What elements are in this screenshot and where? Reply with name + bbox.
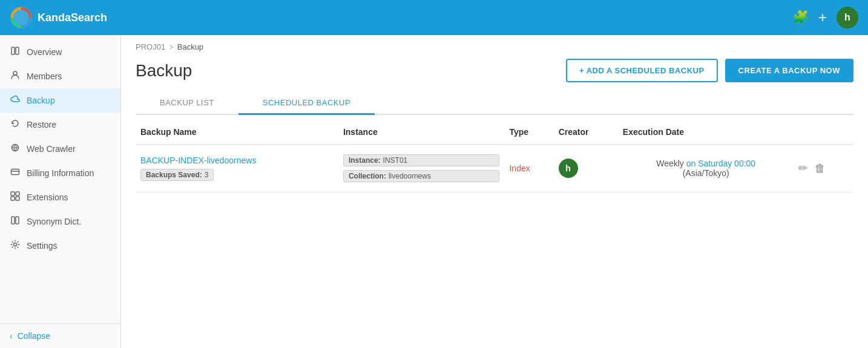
app-name: KandaSearch (38, 11, 107, 24)
sidebar-item-backup[interactable]: Backup (0, 88, 120, 113)
sidebar-item-settings[interactable]: Settings (0, 234, 120, 258)
backup-table: Backup Name Instance Type Creator Execut… (136, 120, 853, 192)
sidebar-item-webcrawler-label: Web Crawler (27, 144, 76, 154)
svg-rect-10 (11, 197, 15, 200)
person-icon (10, 70, 21, 82)
sidebar-item-overview-label: Overview (27, 47, 62, 57)
col-creator: Creator (554, 120, 618, 145)
webcrawler-icon (10, 143, 21, 155)
svg-point-3 (13, 71, 17, 75)
top-header: KandaSearch 🧩 + h (0, 0, 868, 35)
svg-rect-9 (16, 192, 19, 195)
edit-icon[interactable]: ✏ (798, 162, 807, 175)
restore-icon (10, 119, 21, 131)
sidebar-item-settings-label: Settings (27, 241, 58, 251)
backup-name-link[interactable]: BACKUP-INDEX-livedoornews (140, 156, 334, 165)
svg-rect-1 (12, 47, 15, 54)
create-backup-now-button[interactable]: CREATE A BACKUP NOW (725, 59, 853, 82)
settings-icon (10, 240, 21, 252)
add-icon[interactable]: + (818, 9, 827, 26)
billing-icon (10, 167, 21, 179)
page-header: Backup + ADD A SCHEDULED BACKUP CREATE A… (121, 54, 868, 92)
col-instance: Instance (338, 120, 505, 145)
sidebar-item-synonym-label: Synonym Dict. (27, 217, 81, 226)
svg-point-14 (14, 243, 17, 246)
main-layout: Overview Members Backup (0, 35, 868, 348)
sidebar-nav: Overview Members Backup (0, 35, 120, 323)
instance-label: Instance: (349, 156, 381, 165)
sidebar-item-backup-label: Backup (27, 96, 55, 105)
sidebar-item-extensions-label: Extensions (27, 192, 68, 202)
sidebar-item-members-label: Members (27, 71, 62, 81)
user-avatar[interactable]: h (837, 7, 858, 28)
tab-backup-list[interactable]: BACKUP LIST (136, 92, 238, 115)
sidebar-item-synonym[interactable]: Synonym Dict. (0, 209, 120, 234)
collection-badge: Collection:livedoornews (343, 170, 500, 182)
sidebar-item-webcrawler[interactable]: Web Crawler (0, 137, 120, 161)
breadcrumb: PROJ01 > Backup (121, 35, 868, 54)
backups-saved-badge: Backups Saved:3 (140, 169, 334, 181)
book-icon (10, 46, 21, 58)
execution-date-cell: Weekly on Saturday 00:00 (Asia/Tokyo) (623, 159, 789, 178)
header-right: 🧩 + h (792, 7, 858, 28)
svg-rect-2 (16, 47, 19, 54)
backups-saved-badge-text: Backups Saved:3 (140, 169, 214, 181)
add-scheduled-backup-button[interactable]: + ADD A SCHEDULED BACKUP (566, 59, 718, 82)
collection-label: Collection: (349, 172, 386, 180)
action-icons: ✏ 🗑 (798, 162, 849, 175)
page-title: Backup (136, 61, 192, 80)
sidebar-item-members[interactable]: Members (0, 64, 120, 88)
logo-area[interactable]: KandaSearch (10, 6, 107, 29)
sidebar: Overview Members Backup (0, 35, 121, 348)
collapse-button[interactable]: ‹ Collapse (10, 331, 111, 341)
svg-rect-6 (12, 169, 19, 175)
extensions-icon (10, 191, 21, 203)
collapse-label: Collapse (18, 331, 50, 341)
col-execution-date: Execution Date (618, 120, 794, 145)
tabs-container: BACKUP LIST SCHEDULED BACKUP (136, 92, 853, 115)
col-actions (794, 120, 853, 145)
svg-rect-13 (16, 217, 19, 224)
svg-rect-8 (11, 192, 15, 195)
sidebar-item-extensions[interactable]: Extensions (0, 185, 120, 209)
instance-cell: Instance:INST01 Collection:livedoornews (343, 154, 500, 182)
tab-scheduled-backup[interactable]: SCHEDULED BACKUP (238, 92, 375, 115)
backup-name-cell: BACKUP-INDEX-livedoornews Backups Saved:… (140, 156, 334, 181)
sidebar-item-billing-label: Billing Information (27, 168, 94, 178)
chevron-left-icon: ‹ (10, 331, 13, 341)
puzzle-icon[interactable]: 🧩 (792, 10, 809, 25)
sidebar-bottom: ‹ Collapse (0, 323, 120, 348)
svg-rect-12 (12, 217, 15, 224)
content-area: PROJ01 > Backup Backup + ADD A SCHEDULED… (121, 35, 868, 348)
breadcrumb-current: Backup (177, 42, 203, 51)
breadcrumb-separator: > (169, 42, 174, 51)
sidebar-item-restore-label: Restore (27, 120, 56, 130)
cloud-icon (10, 94, 21, 107)
synonym-icon (10, 215, 21, 228)
sidebar-item-billing[interactable]: Billing Information (0, 161, 120, 185)
svg-rect-11 (16, 197, 19, 200)
sidebar-item-overview[interactable]: Overview (0, 40, 120, 64)
col-type: Type (504, 120, 553, 145)
delete-icon[interactable]: 🗑 (815, 162, 826, 175)
table-row: BACKUP-INDEX-livedoornews Backups Saved:… (136, 145, 853, 192)
backups-saved-label: Backups Saved: (146, 171, 202, 179)
breadcrumb-project[interactable]: PROJ01 (136, 42, 165, 51)
svg-point-0 (10, 7, 32, 28)
creator-avatar: h (559, 159, 578, 178)
header-actions: + ADD A SCHEDULED BACKUP CREATE A BACKUP… (566, 59, 853, 82)
col-backup-name: Backup Name (136, 120, 338, 145)
sidebar-item-restore[interactable]: Restore (0, 113, 120, 137)
type-cell: Index (509, 163, 530, 173)
table-container: Backup Name Instance Type Creator Execut… (121, 120, 868, 192)
instance-badge: Instance:INST01 (343, 154, 500, 166)
kandasearch-logo (10, 6, 33, 29)
